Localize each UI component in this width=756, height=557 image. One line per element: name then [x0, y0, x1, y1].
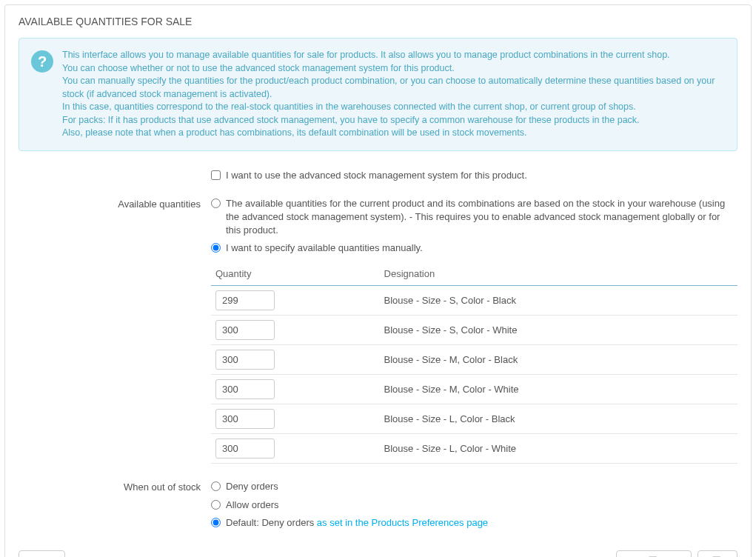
designation-cell: Blouse - Size - M, Color - White	[380, 375, 737, 404]
radio-warehouse-input[interactable]	[211, 199, 221, 208]
radio-deny-input[interactable]	[211, 481, 221, 491]
quantity-input[interactable]	[215, 350, 275, 370]
radio-deny-orders[interactable]: Deny orders	[211, 480, 737, 493]
radio-deny-label: Deny orders	[226, 480, 278, 493]
info-line: This interface allows you to manage avai…	[62, 49, 725, 62]
designation-cell: Blouse - Size - M, Color - Black	[380, 345, 737, 375]
radio-default-input[interactable]	[211, 518, 221, 527]
row-available-quantities: Available quantities The available quant…	[19, 197, 737, 464]
table-row: Blouse - Size - S, Color - Black	[211, 286, 737, 316]
designation-cell: Blouse - Size - S, Color - White	[380, 316, 737, 345]
table-row: Blouse - Size - M, Color - Black	[211, 345, 737, 375]
out-of-stock-label: When out of stock	[19, 480, 211, 534]
panel-title: AVAILABLE QUANTITIES FOR SALE	[19, 16, 737, 27]
radio-manual[interactable]: I want to specify available quantities m…	[211, 241, 737, 255]
quantity-input[interactable]	[215, 438, 275, 458]
radio-manual-input[interactable]	[211, 243, 221, 253]
advanced-stock-checkbox[interactable]: I want to use the advanced stock managem…	[211, 169, 737, 182]
info-box: ? This interface allows you to manage av…	[19, 38, 737, 151]
save-button[interactable]: Save	[698, 550, 737, 557]
advanced-stock-checkbox-label: I want to use the advanced stock managem…	[226, 169, 527, 182]
quantities-table: Quantity Designation Blouse - Size - S, …	[211, 262, 737, 464]
quantity-input[interactable]	[215, 320, 275, 340]
save-and-stay-button[interactable]: Save and stay	[616, 550, 692, 557]
table-row: Blouse - Size - M, Color - White	[211, 375, 737, 404]
advanced-stock-checkbox-input[interactable]	[211, 170, 221, 180]
info-line: For packs: If it has products that use a…	[62, 114, 725, 127]
radio-default-prefix: Default: Deny orders	[226, 517, 317, 528]
info-line: You can manually specify the quantities …	[62, 75, 725, 101]
designation-cell: Blouse - Size - S, Color - Black	[380, 286, 737, 316]
designation-cell: Blouse - Size - L, Color - White	[380, 434, 737, 464]
radio-warehouse-based[interactable]: The available quantities for the current…	[211, 197, 737, 238]
available-quantities-label: Available quantities	[19, 197, 211, 464]
quantity-input[interactable]	[215, 379, 275, 399]
quantities-table-wrap: Quantity Designation Blouse - Size - S, …	[211, 262, 737, 464]
designation-cell: Blouse - Size - L, Color - Black	[380, 404, 737, 434]
table-row: Blouse - Size - L, Color - Black	[211, 404, 737, 434]
col-header-designation: Designation	[380, 262, 737, 286]
radio-warehouse-label: The available quantities for the current…	[226, 197, 737, 238]
col-header-quantity: Quantity	[211, 262, 380, 286]
footer-buttons: ✖ Cancel Save and stay Save	[19, 550, 737, 557]
table-row: Blouse - Size - S, Color - White	[211, 316, 737, 345]
help-icon: ?	[31, 49, 53, 140]
info-line: In this case, quantities correspond to t…	[62, 101, 725, 114]
radio-allow-input[interactable]	[211, 500, 221, 510]
cancel-button[interactable]: ✖ Cancel	[19, 550, 65, 557]
quantity-input[interactable]	[215, 409, 275, 429]
info-line: Also, please note that when a product ha…	[62, 127, 725, 140]
radio-allow-orders[interactable]: Allow orders	[211, 498, 737, 512]
row-advanced-stock-checkbox: I want to use the advanced stock managem…	[19, 169, 737, 187]
info-text: This interface allows you to manage avai…	[62, 49, 725, 140]
row-out-of-stock: When out of stock Deny orders Allow orde…	[19, 480, 737, 534]
radio-default[interactable]: Default: Deny orders as set in the Produ…	[211, 516, 737, 530]
radio-allow-label: Allow orders	[226, 498, 279, 512]
products-preferences-link[interactable]: as set in the Products Preferences page	[317, 517, 488, 528]
radio-manual-label: I want to specify available quantities m…	[226, 241, 423, 255]
info-line: You can choose whether or not to use the…	[62, 62, 725, 76]
quantity-input[interactable]	[215, 290, 275, 310]
table-row: Blouse - Size - L, Color - White	[211, 434, 737, 464]
panel-available-quantities: AVAILABLE QUANTITIES FOR SALE ? This int…	[4, 4, 752, 557]
